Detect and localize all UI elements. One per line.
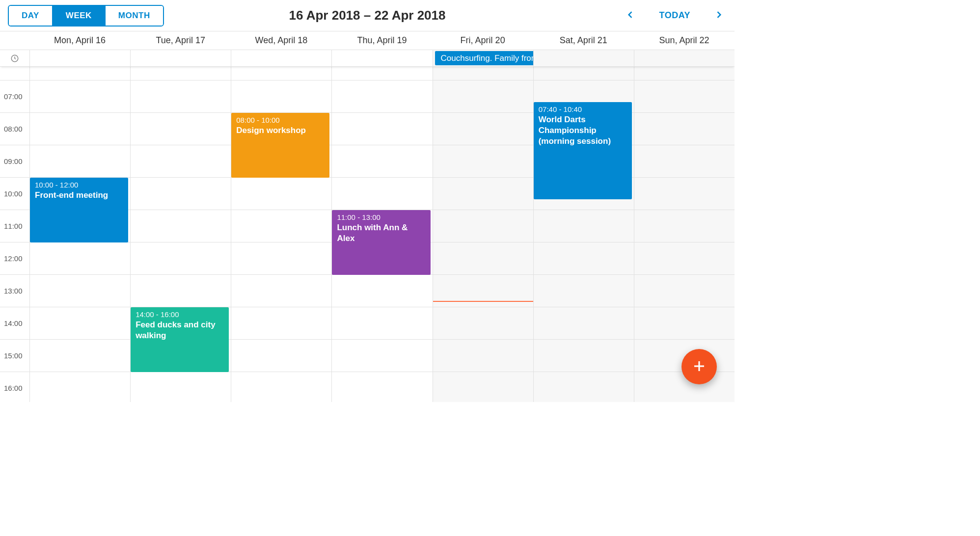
hour-cell[interactable] bbox=[534, 340, 634, 372]
hour-cell[interactable] bbox=[332, 67, 432, 80]
hour-cell[interactable] bbox=[30, 113, 130, 145]
day-header[interactable]: Wed, April 18 bbox=[231, 31, 331, 50]
hour-cell[interactable] bbox=[433, 67, 533, 80]
day-header[interactable]: Tue, April 17 bbox=[130, 31, 231, 50]
hour-cell[interactable] bbox=[433, 307, 533, 340]
hour-label: 11:00 bbox=[0, 210, 29, 242]
view-month-button[interactable]: MONTH bbox=[106, 6, 163, 26]
hour-cell[interactable] bbox=[131, 178, 231, 210]
hour-cell[interactable] bbox=[433, 80, 533, 113]
view-week-button[interactable]: WEEK bbox=[53, 6, 106, 26]
hour-cell[interactable] bbox=[634, 67, 735, 80]
calendar-event[interactable]: 07:40 - 10:40World Darts Championship (m… bbox=[534, 102, 632, 199]
hour-cell[interactable] bbox=[131, 372, 231, 402]
hour-cell[interactable] bbox=[634, 113, 735, 145]
day-column[interactable]: 14:00 - 16:00Feed ducks and city walking bbox=[130, 67, 231, 402]
hour-cell[interactable] bbox=[231, 307, 331, 340]
hour-cell[interactable] bbox=[30, 145, 130, 178]
hour-cell[interactable] bbox=[30, 275, 130, 307]
allday-cell[interactable] bbox=[634, 50, 735, 66]
hour-cell[interactable] bbox=[332, 307, 432, 340]
day-header[interactable]: Thu, April 19 bbox=[331, 31, 432, 50]
hour-cell[interactable] bbox=[231, 178, 331, 210]
hour-cell[interactable] bbox=[634, 80, 735, 113]
prev-button[interactable] bbox=[623, 7, 638, 24]
hour-cell[interactable] bbox=[634, 275, 735, 307]
hour-cell[interactable] bbox=[433, 210, 533, 242]
allday-cell[interactable] bbox=[130, 50, 231, 66]
hour-cell[interactable] bbox=[131, 210, 231, 242]
hour-cell[interactable] bbox=[30, 67, 130, 80]
hour-cell[interactable] bbox=[231, 340, 331, 372]
hour-cell[interactable] bbox=[634, 145, 735, 178]
calendar-event[interactable]: 08:00 - 10:00Design workshop bbox=[231, 113, 329, 178]
hour-cell[interactable] bbox=[634, 307, 735, 340]
hour-cell[interactable] bbox=[534, 275, 634, 307]
hour-cell[interactable] bbox=[231, 210, 331, 242]
day-header[interactable]: Mon, April 16 bbox=[29, 31, 130, 50]
hour-cell[interactable] bbox=[131, 80, 231, 113]
hour-cell[interactable] bbox=[332, 178, 432, 210]
day-column[interactable] bbox=[433, 67, 533, 402]
hour-cell[interactable] bbox=[131, 67, 231, 80]
hour-cell[interactable] bbox=[30, 307, 130, 340]
hour-cell[interactable] bbox=[131, 145, 231, 178]
allday-cell[interactable] bbox=[29, 50, 130, 66]
hour-cell[interactable] bbox=[231, 67, 331, 80]
next-button[interactable] bbox=[711, 7, 727, 24]
hour-cell[interactable] bbox=[433, 372, 533, 402]
calendar-event[interactable]: 14:00 - 16:00Feed ducks and city walking bbox=[131, 307, 229, 372]
hour-cell[interactable] bbox=[30, 372, 130, 402]
hour-cell[interactable] bbox=[433, 178, 533, 210]
day-column[interactable] bbox=[634, 67, 735, 402]
hour-cell[interactable] bbox=[634, 178, 735, 210]
hour-cell[interactable] bbox=[30, 340, 130, 372]
hour-cell[interactable] bbox=[131, 275, 231, 307]
hour-cell[interactable] bbox=[433, 145, 533, 178]
hour-cell[interactable] bbox=[534, 372, 634, 402]
date-range-title: 16 Apr 2018 – 22 Apr 2018 bbox=[289, 8, 446, 23]
add-event-button[interactable] bbox=[681, 349, 717, 384]
chevron-left-icon bbox=[626, 10, 635, 21]
hour-cell[interactable] bbox=[30, 80, 130, 113]
current-time-indicator bbox=[433, 301, 533, 302]
hour-cell[interactable] bbox=[534, 210, 634, 242]
hour-cell[interactable] bbox=[231, 242, 331, 275]
day-header[interactable]: Sat, April 21 bbox=[533, 31, 634, 50]
allday-cell[interactable]: Couchsurfing. Family from Portugal bbox=[433, 50, 533, 66]
day-column[interactable]: 08:00 - 10:00Design workshop bbox=[231, 67, 331, 402]
calendar-event[interactable]: 10:00 - 12:00Front-end meeting bbox=[30, 178, 128, 242]
hour-cell[interactable] bbox=[433, 242, 533, 275]
hour-cell[interactable] bbox=[131, 113, 231, 145]
hour-cell[interactable] bbox=[231, 372, 331, 402]
hour-cell[interactable] bbox=[332, 275, 432, 307]
hour-cell[interactable] bbox=[534, 67, 634, 80]
hour-cell[interactable] bbox=[433, 340, 533, 372]
hour-cell[interactable] bbox=[534, 242, 634, 275]
today-button[interactable]: TODAY bbox=[656, 10, 693, 21]
day-header[interactable]: Fri, April 20 bbox=[433, 31, 533, 50]
view-day-button[interactable]: DAY bbox=[9, 6, 53, 26]
hour-cell[interactable] bbox=[231, 80, 331, 113]
hour-cell[interactable] bbox=[332, 340, 432, 372]
calendar-event[interactable]: 11:00 - 13:00Lunch with Ann & Alex bbox=[332, 210, 430, 275]
hour-cell[interactable] bbox=[131, 242, 231, 275]
allday-cell[interactable] bbox=[331, 50, 432, 66]
hour-cell[interactable] bbox=[433, 275, 533, 307]
hour-cell[interactable] bbox=[332, 372, 432, 402]
hour-cell[interactable] bbox=[332, 113, 432, 145]
hour-cell[interactable] bbox=[332, 80, 432, 113]
hour-cell[interactable] bbox=[433, 113, 533, 145]
hour-cell[interactable] bbox=[332, 145, 432, 178]
day-column[interactable]: 10:00 - 12:00Front-end meeting bbox=[29, 67, 130, 402]
hour-cell[interactable] bbox=[534, 307, 634, 340]
hour-cell[interactable] bbox=[231, 275, 331, 307]
hour-cell[interactable] bbox=[30, 242, 130, 275]
day-column[interactable]: 07:40 - 10:40World Darts Championship (m… bbox=[533, 67, 634, 402]
day-column[interactable]: 11:00 - 13:00Lunch with Ann & Alex bbox=[331, 67, 432, 402]
hour-cell[interactable] bbox=[634, 210, 735, 242]
hour-cell[interactable] bbox=[634, 242, 735, 275]
allday-cell[interactable] bbox=[231, 50, 331, 66]
allday-cell[interactable] bbox=[533, 50, 634, 66]
day-header[interactable]: Sun, April 22 bbox=[634, 31, 735, 50]
